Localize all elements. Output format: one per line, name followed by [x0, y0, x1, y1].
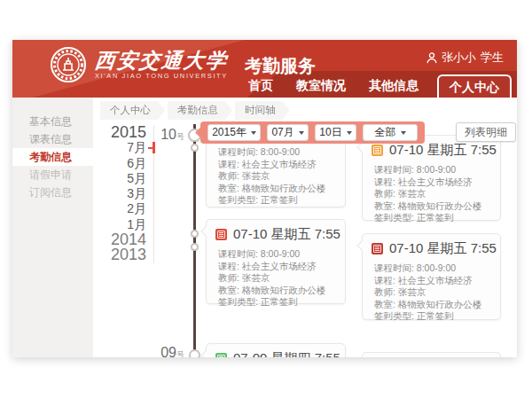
timeline-card: 07-10 星期五 7:55课程时间: 8:00-9:00课程: 社会主义市场经… [362, 233, 501, 320]
yearnav-item-3月[interactable]: 3月 [105, 186, 146, 201]
timeline-node-4 [191, 243, 199, 251]
timeline-node-3 [191, 230, 199, 238]
card-field-课程: 课程: 社会主义市场经济 [374, 176, 491, 189]
timeline-card: 课程时间: 8:00-9:00课程: 社会主义市场经济教师: 张芸京教室: 格物… [206, 135, 346, 207]
yearnav-item-7月[interactable]: 7月 [105, 140, 146, 155]
card-title: 07-10 星期五 7:55 [389, 142, 497, 159]
day-number: 09 [160, 345, 176, 357]
person-icon [426, 52, 437, 64]
active-month-tick [153, 142, 155, 153]
filter-bar: 2015年07月10日全部 [200, 121, 425, 144]
card-title: 07-09 星期四 7:55 [233, 350, 340, 357]
card-field-签到类型: 签到类型: 正常签到 [374, 212, 491, 224]
card-fields: 课程时间: 8:00-9:00课程: 社会主义市场经济教师: 张芸京教室: 格物… [363, 260, 500, 330]
card-field-课程: 课程: 社会主义市场经济 [218, 159, 336, 171]
chevron-down-icon [401, 131, 406, 135]
nav-item-2[interactable]: 教室情况 [285, 74, 357, 98]
checkin-type-icon [215, 353, 227, 357]
card-fields: 课程时间: 8:00-9:00课程: 社会主义市场经济教师: 张芸京教室: 格物… [363, 161, 500, 231]
timeline-card: 07-10 星期五 7:55课程时间: 8:00-9:00课程: 社会主义市场经… [362, 135, 501, 221]
card-field-课程: 课程: 社会主义市场经济 [218, 261, 336, 273]
card-title-row: 07-10 星期五 7:55 [207, 220, 345, 246]
card-field-教师: 教师: 张芸京 [374, 188, 491, 200]
sidebar-item-3[interactable]: 考勤信息 [12, 148, 93, 166]
dropdown-value: 10日 [319, 125, 341, 140]
app-window: 西安交通大学 XI'AN JIAO TONG UNIVERSITY 考勤服务 张… [12, 40, 517, 357]
card-fields: 课程时间: 8:00-9:00课程: 社会主义市场经济教师: 张芸京教室: 格物… [207, 246, 345, 316]
day-suffix: 号 [176, 132, 184, 141]
user-info[interactable]: 张小小 学生 [426, 50, 504, 66]
card-title-row: 07-10 星期五 7:55 [363, 234, 500, 260]
day-suffix: 号 [176, 350, 184, 357]
timeline-card-partial [362, 352, 501, 357]
filter-dropdown-3[interactable]: 10日 [315, 124, 356, 141]
user-name: 张小小 [442, 50, 476, 66]
card-field-签到类型: 签到类型: 正常签到 [374, 310, 491, 323]
active-month-dash [148, 147, 153, 149]
card-field-课程时间: 课程时间: 8:00-9:00 [374, 164, 491, 176]
chevron-down-icon [299, 131, 304, 135]
card-field-课程时间: 课程时间: 8:00-9:00 [374, 262, 491, 275]
yearnav-item-2015[interactable]: 2015 [105, 125, 146, 140]
checkin-type-icon [215, 229, 227, 240]
day-number: 10 [160, 127, 176, 142]
dropdown-value: 2015年 [212, 125, 246, 140]
filter-dropdown-4[interactable]: 全部 [363, 124, 418, 141]
main-nav: 首页教室情况其他信息个人中心 [237, 74, 512, 98]
brand-text: 西安交通大学 XI'AN JIAO TONG UNIVERSITY [95, 50, 228, 80]
card-title: 07-10 星期五 7:55 [233, 226, 340, 243]
chevron-down-icon [347, 131, 352, 135]
chevron-down-icon [251, 131, 256, 135]
nav-item-4[interactable]: 个人中心 [437, 74, 512, 98]
university-name-en: XI'AN JIAO TONG UNIVERSITY [95, 72, 228, 80]
filter-dropdown-2[interactable]: 07月 [267, 124, 309, 141]
card-fields: 课程时间: 8:00-9:00课程: 社会主义市场经济教师: 张芸京教室: 格物… [207, 136, 345, 214]
checkin-type-icon [372, 243, 383, 254]
day-label-10: 10号 [153, 127, 184, 143]
university-name-cn: 西安交通大学 [94, 50, 230, 71]
dropdown-value: 全部 [375, 125, 396, 140]
card-field-签到类型: 签到类型: 正常签到 [218, 194, 336, 207]
breadcrumb-segment-2[interactable]: 考勤信息 [168, 101, 232, 120]
card-field-教室: 教室: 格物致知行政办公楼 [218, 285, 336, 297]
dropdown-value: 07月 [271, 125, 293, 140]
checkin-type-icon [372, 145, 383, 156]
sidebar-item-2[interactable]: 课表信息 [12, 130, 93, 148]
card-field-课程时间: 课程时间: 8:00-9:00 [218, 146, 336, 159]
timeline-node-5 [189, 349, 200, 357]
card-field-教室: 教室: 格物致知行政办公楼 [374, 200, 491, 213]
filter-dropdown-1[interactable]: 2015年 [207, 124, 261, 141]
timeline-card: 07-10 星期五 7:55课程时间: 8:00-9:00课程: 社会主义市场经… [206, 219, 346, 304]
card-title: 07-10 星期五 7:55 [389, 240, 497, 257]
yearnav-item-5月[interactable]: 5月 [105, 171, 146, 186]
sidebar: 基本信息课表信息考勤信息请假申请订阅信息 [12, 98, 93, 357]
sidebar-item-5[interactable]: 订阅信息 [12, 184, 93, 201]
card-field-课程时间: 课程时间: 8:00-9:00 [218, 248, 336, 261]
sidebar-item-1[interactable]: 基本信息 [12, 113, 93, 130]
card-title-row: 07-09 星期四 7:55 [207, 344, 345, 357]
yearnav-item-6月[interactable]: 6月 [105, 156, 146, 171]
nav-item-1[interactable]: 首页 [237, 74, 285, 98]
year-nav: 20157月6月5月3月2月1月20142013 [105, 125, 154, 263]
card-field-教室: 教室: 格物致知行政办公楼 [374, 299, 491, 311]
card-field-签到类型: 签到类型: 正常签到 [218, 296, 336, 309]
sidebar-item-4[interactable]: 请假申请 [12, 166, 93, 184]
screenshot-stage: 西安交通大学 XI'AN JIAO TONG UNIVERSITY 考勤服务 张… [0, 0, 532, 399]
card-field-教师: 教师: 张芸京 [374, 286, 491, 299]
card-field-教师: 教师: 张芸京 [218, 170, 336, 183]
user-role: 学生 [481, 50, 504, 66]
breadcrumb: 个人中心考勤信息时间轴 [100, 101, 293, 120]
timeline-node-2 [191, 144, 199, 152]
timeline-card: 07-09 星期四 7:55 [206, 343, 346, 357]
card-field-教师: 教师: 张芸京 [218, 272, 336, 285]
list-detail-button[interactable]: 列表明细 [456, 122, 516, 142]
breadcrumb-segment-3[interactable]: 时间轴 [235, 101, 290, 120]
yearnav-item-2013[interactable]: 2013 [105, 247, 146, 262]
timeline-line [193, 124, 196, 357]
card-field-课程: 课程: 社会主义市场经济 [374, 275, 491, 287]
university-logo-icon [50, 46, 87, 83]
app-header: 西安交通大学 XI'AN JIAO TONG UNIVERSITY 考勤服务 张… [12, 40, 517, 98]
breadcrumb-segment-1[interactable]: 个人中心 [100, 101, 165, 120]
yearnav-item-2月[interactable]: 2月 [105, 201, 146, 216]
nav-item-3[interactable]: 其他信息 [357, 74, 430, 98]
